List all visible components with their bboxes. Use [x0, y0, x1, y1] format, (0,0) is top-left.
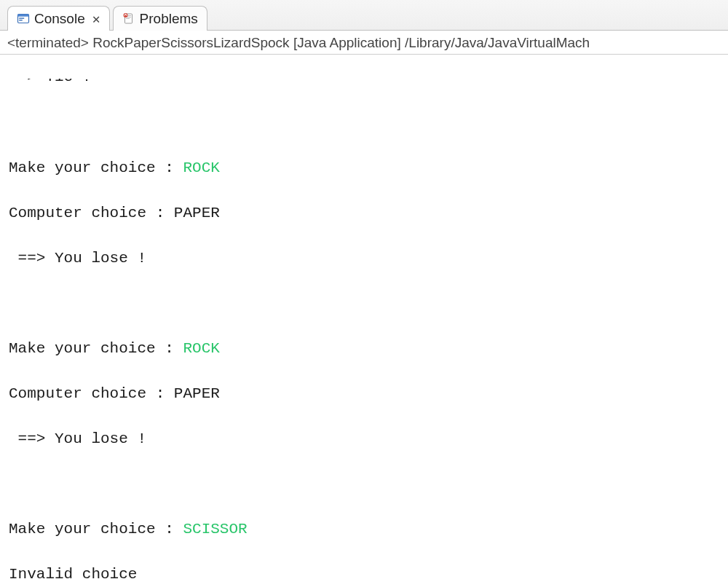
tab-problems[interactable]: Problems	[113, 6, 207, 31]
vm-path: /Library/Java/JavaVirtualMach	[405, 35, 590, 50]
problems-icon	[122, 12, 135, 25]
svg-rect-1	[18, 14, 29, 16]
run-status: <terminated>	[7, 35, 89, 50]
console-line: ==> You lose !	[9, 250, 146, 267]
console-line: Invalid choice	[9, 566, 137, 579]
tab-console[interactable]: Console ✕	[7, 6, 110, 31]
user-input: ROCK	[183, 340, 219, 357]
svg-rect-7	[126, 18, 130, 19]
console-value: PAPER	[174, 385, 220, 402]
tab-console-label: Console	[34, 11, 85, 27]
user-input: SCISSOR	[183, 521, 247, 537]
console-line: Make your choice :	[9, 159, 183, 176]
console-icon	[17, 12, 30, 25]
program-name: RockPaperScissorsLizardSpock	[92, 35, 289, 50]
console-line: Make your choice :	[9, 521, 183, 537]
console-banner: <terminated> RockPaperScissorsLizardSpoc…	[0, 31, 728, 55]
user-input: ROCK	[183, 159, 219, 176]
console-line: Computer choice :	[9, 385, 174, 402]
launch-kind: [Java Application]	[293, 35, 401, 50]
svg-rect-3	[19, 20, 23, 20]
svg-rect-2	[19, 17, 24, 18]
console-line: ==> Tie !	[9, 79, 91, 85]
console-line: ==> You lose !	[9, 430, 146, 447]
close-icon[interactable]: ✕	[92, 11, 100, 26]
console-output[interactable]: ==> Tie ! Make your choice : ROCK Comput…	[0, 55, 728, 579]
console-line: Make your choice :	[9, 340, 183, 357]
tab-problems-label: Problems	[140, 11, 198, 27]
tab-bar: Console ✕ Problems	[0, 0, 728, 31]
console-line: Computer choice :	[9, 205, 174, 221]
console-value: PAPER	[174, 205, 220, 221]
